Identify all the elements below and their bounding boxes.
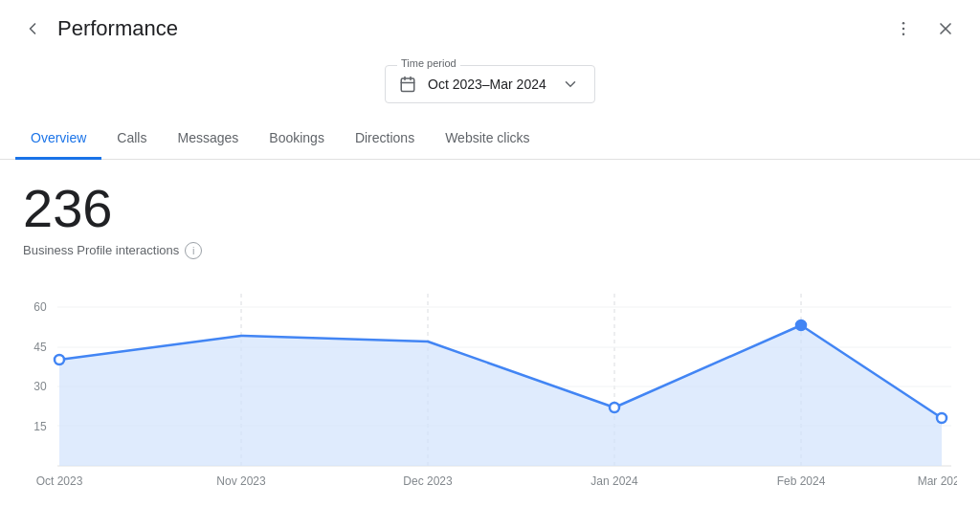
back-button[interactable] <box>15 11 50 46</box>
chart-container: 60 45 30 15 <box>23 275 957 507</box>
tab-directions[interactable]: Directions <box>340 119 430 160</box>
metric-label: Business Profile interactions i <box>23 242 957 259</box>
header: Performance <box>0 0 980 57</box>
svg-text:45: 45 <box>33 341 47 354</box>
svg-text:30: 30 <box>33 380 47 393</box>
time-period-dropdown[interactable]: Time period Oct 2023–Mar 2024 <box>385 65 595 103</box>
tab-overview[interactable]: Overview <box>15 119 101 160</box>
chevron-down-icon <box>562 76 579 93</box>
svg-point-1 <box>902 28 905 31</box>
page-title: Performance <box>57 16 178 41</box>
svg-point-25 <box>796 320 806 330</box>
close-button[interactable] <box>926 10 965 48</box>
tab-bookings[interactable]: Bookings <box>254 119 340 160</box>
svg-text:Feb 2024: Feb 2024 <box>777 474 826 488</box>
calendar-icon <box>399 76 416 93</box>
info-icon[interactable]: i <box>185 242 202 259</box>
time-period-value: Oct 2023–Mar 2024 <box>428 77 546 92</box>
svg-text:Nov 2023: Nov 2023 <box>216 474 266 488</box>
svg-point-23 <box>55 355 64 364</box>
svg-text:60: 60 <box>33 300 47 314</box>
svg-text:Jan 2024: Jan 2024 <box>590 474 638 488</box>
svg-text:Oct 2023: Oct 2023 <box>36 474 83 488</box>
svg-marker-22 <box>59 325 942 466</box>
tab-calls[interactable]: Calls <box>101 119 162 160</box>
svg-text:Dec 2023: Dec 2023 <box>403 474 453 488</box>
tab-website-clicks[interactable]: Website clicks <box>430 119 545 160</box>
performance-chart: 60 45 30 15 <box>23 275 957 507</box>
tab-messages[interactable]: Messages <box>162 119 254 160</box>
svg-point-0 <box>902 22 905 25</box>
time-period-label: Time period <box>397 57 460 69</box>
svg-text:Mar 2024: Mar 2024 <box>918 474 957 488</box>
metric-label-text: Business Profile interactions <box>23 243 179 257</box>
header-right <box>884 10 965 48</box>
svg-point-2 <box>902 33 905 36</box>
tabs-bar: Overview Calls Messages Bookings Directi… <box>0 119 980 160</box>
time-period-wrapper: Time period Oct 2023–Mar 2024 <box>0 57 980 119</box>
svg-text:15: 15 <box>33 420 47 433</box>
svg-point-26 <box>937 413 947 423</box>
main-content: 236 Business Profile interactions i 60 4… <box>0 160 980 507</box>
header-left: Performance <box>15 11 178 46</box>
svg-point-24 <box>610 403 619 412</box>
metric-value: 236 <box>23 179 957 238</box>
svg-rect-5 <box>401 78 414 92</box>
more-options-button[interactable] <box>884 10 923 48</box>
